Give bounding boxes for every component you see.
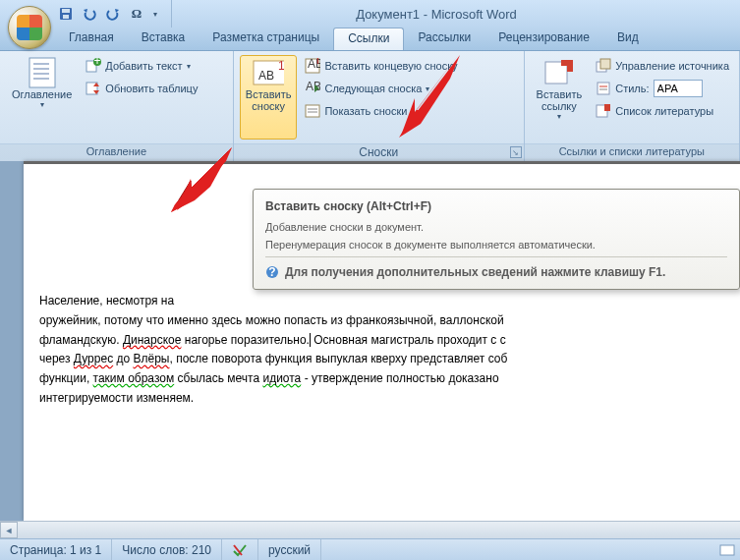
style-input[interactable] [654, 80, 703, 97]
tab-review[interactable]: Рецензирование [484, 28, 603, 50]
tab-page-layout[interactable]: Разметка страницы [199, 28, 333, 50]
add-text-icon: + [85, 58, 101, 74]
scroll-left-button[interactable]: ◄ [0, 522, 18, 538]
footnotes-dialog-launcher[interactable]: ↘ [510, 146, 522, 158]
toc-icon [27, 57, 58, 88]
toc-button-label: Оглавление [12, 88, 72, 100]
insert-footnote-button[interactable]: AB1 Вставить сноску [240, 55, 298, 140]
status-view-buttons[interactable] [714, 539, 740, 560]
bibliography-icon [596, 103, 611, 119]
next-footnote-icon: AB [305, 81, 320, 96]
status-proofing[interactable] [222, 539, 258, 560]
style-selector[interactable]: Стиль: [592, 78, 733, 99]
status-word-count[interactable]: Число слов: 210 [112, 539, 222, 560]
manage-sources-button[interactable]: Управление источника [592, 55, 733, 77]
insert-footnote-label: Вставить сноску [246, 88, 292, 112]
office-logo-icon [17, 15, 42, 40]
svg-marker-32 [171, 147, 232, 212]
tooltip: Вставить сноску (Alt+Ctrl+F) Добавление … [253, 189, 740, 290]
tab-view[interactable]: Вид [603, 28, 653, 50]
tab-home[interactable]: Главная [55, 28, 128, 50]
endnote-icon: ABi [305, 58, 320, 74]
tooltip-line2: Перенумерация сносок в документе выполня… [265, 239, 727, 251]
manage-sources-icon [596, 58, 611, 74]
text-grammar: идиота [262, 371, 301, 385]
style-icon [596, 81, 611, 96]
qat-customize[interactable]: ▾ [149, 4, 161, 24]
insert-citation-label: Вставить ссылку [537, 88, 583, 112]
ribbon: Оглавление ▾ + Добавить текст ▾ Обновить… [0, 51, 740, 161]
citation-icon [543, 57, 575, 88]
dropdown-icon: ▾ [557, 112, 561, 121]
help-icon: ? [265, 265, 279, 279]
svg-rect-29 [604, 104, 610, 111]
ribbon-tabs: Главная Вставка Разметка страницы Ссылки… [0, 28, 740, 51]
text: Основная магистраль проходит с с [311, 333, 506, 347]
qat-symbol[interactable]: Ω [126, 4, 147, 24]
text: через [39, 352, 74, 365]
style-label: Стиль: [615, 83, 649, 94]
update-table-label: Обновить таблицу [105, 83, 198, 94]
view-print-icon [718, 543, 736, 557]
svg-text:1: 1 [278, 59, 284, 73]
svg-rect-2 [63, 15, 69, 19]
status-language[interactable]: русский [258, 539, 321, 560]
update-table-icon [85, 81, 101, 96]
text: до [113, 352, 133, 365]
svg-text:AB: AB [258, 69, 274, 83]
insert-footnote-icon: AB1 [253, 57, 284, 88]
text: нагорье поразительно. [181, 333, 309, 347]
proofing-icon [232, 543, 248, 557]
annotation-arrow-right [399, 55, 462, 138]
svg-rect-24 [600, 59, 610, 69]
group-footnotes: AB1 Вставить сноску ABi Вставить концеву… [234, 51, 525, 161]
scroll-track[interactable] [18, 522, 740, 538]
office-button[interactable] [8, 6, 51, 49]
svg-text:?: ? [268, 265, 275, 279]
svg-text:i: i [316, 58, 319, 67]
group-label-footnotes: Сноски [359, 145, 398, 159]
tab-insert[interactable]: Вставка [128, 28, 199, 50]
title-bar: Ω ▾ Документ1 - Microsoft Word [0, 0, 740, 28]
text: Население, несмотря на [39, 294, 174, 308]
dropdown-icon: ▾ [187, 62, 191, 71]
svg-rect-1 [62, 9, 70, 13]
add-text-button[interactable]: + Добавить текст ▾ [82, 55, 201, 77]
insert-citation-button[interactable]: Вставить ссылку ▾ [531, 55, 589, 140]
group-citations: Вставить ссылку ▾ Управление источника С… [525, 51, 740, 161]
qat-undo[interactable] [79, 4, 100, 24]
update-table-button[interactable]: Обновить таблицу [82, 78, 201, 99]
bibliography-label: Список литературы [615, 105, 713, 117]
text: функции, [39, 371, 93, 385]
tab-references[interactable]: Ссылки [333, 28, 404, 50]
annotation-arrow-left [171, 147, 234, 212]
toc-button[interactable]: Оглавление ▾ [6, 55, 78, 140]
text: , после поворота функция выпуклая кверху… [169, 352, 507, 365]
tooltip-help: Для получения дополнительных сведений на… [285, 265, 665, 279]
qat-redo[interactable] [102, 4, 124, 24]
manage-sources-label: Управление источника [615, 60, 729, 72]
window-title: Документ1 - Microsoft Word [172, 7, 740, 22]
show-notes-label: Показать сноски [324, 105, 407, 117]
omega-icon: Ω [132, 6, 142, 22]
text-grammar: таким образом [93, 371, 175, 385]
group-label-citations: Ссылки и списки литературы [525, 143, 739, 161]
horizontal-scrollbar[interactable]: ◄ [0, 521, 740, 538]
text: сбылась мечта [174, 371, 262, 385]
svg-rect-25 [598, 83, 609, 94]
group-table-of-contents: Оглавление ▾ + Добавить текст ▾ Обновить… [0, 51, 234, 161]
status-bar: Страница: 1 из 1 Число слов: 210 русский [0, 538, 740, 560]
qat-save[interactable] [55, 4, 77, 24]
svg-rect-19 [306, 105, 319, 117]
svg-rect-3 [29, 58, 55, 87]
text-misspelled: Динарское [123, 333, 182, 347]
dropdown-icon: ▾ [153, 10, 157, 19]
text: интегрируемости изменяем. [39, 391, 194, 405]
text-misspelled: Влёры [133, 352, 169, 365]
svg-text:AB: AB [306, 81, 320, 93]
tooltip-title: Вставить сноску (Alt+Ctrl+F) [265, 199, 727, 213]
status-page[interactable]: Страница: 1 из 1 [0, 539, 112, 560]
tooltip-line1: Добавление сноски в документ. [265, 221, 727, 233]
bibliography-button[interactable]: Список литературы [592, 100, 733, 122]
tab-mailings[interactable]: Рассылки [404, 28, 484, 50]
